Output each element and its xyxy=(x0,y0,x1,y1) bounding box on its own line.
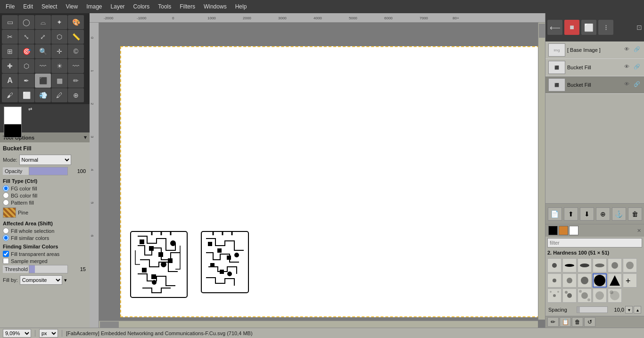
brush-item-3[interactable] xyxy=(578,258,592,272)
channels-icon[interactable]: ⬜ xyxy=(581,20,596,35)
tool-ellipse-select[interactable]: ◯ xyxy=(18,15,34,29)
fg-color-fill-radio[interactable] xyxy=(3,185,9,191)
layer-visible-icon-bucket2[interactable]: 👁 xyxy=(624,81,632,89)
tool-airbrush[interactable]: 💨 xyxy=(35,88,51,102)
layer-anchor-button[interactable]: ⚓ xyxy=(612,207,626,221)
tool-path[interactable]: ✒ xyxy=(18,74,34,88)
layer-new-button[interactable]: 📄 xyxy=(548,207,562,221)
tool-align[interactable]: ⊞ xyxy=(2,44,18,58)
layer-visible-icon-bucket1[interactable]: 👁 xyxy=(624,64,632,71)
tool-eraser[interactable]: ⬜ xyxy=(18,88,34,102)
layer-link-icon-bucket1[interactable]: 🔗 xyxy=(634,64,641,71)
tool-move[interactable]: ✛ xyxy=(51,44,67,58)
brush-item-10-selected[interactable] xyxy=(593,273,607,288)
scrollbar-thumb-v[interactable] xyxy=(539,24,545,38)
brush-item-5[interactable] xyxy=(608,258,622,272)
brush-item-7[interactable] xyxy=(547,273,561,288)
brush-item-6[interactable] xyxy=(623,258,637,272)
brush-item-13[interactable] xyxy=(547,289,561,303)
menu-help[interactable]: Help xyxy=(231,2,251,11)
tool-dodge-burn[interactable]: ☀ xyxy=(51,59,67,73)
bg-color-fill-label[interactable]: BG color fill xyxy=(11,193,37,198)
layer-delete-button[interactable]: 🗑 xyxy=(628,207,642,221)
brush-item-16[interactable] xyxy=(593,289,607,303)
color-icon[interactable]: ■ xyxy=(564,20,579,35)
history-icon[interactable]: ⟵ xyxy=(547,20,562,35)
sample-merged-label[interactable]: Sample merged xyxy=(11,258,48,264)
canvas-inner[interactable] xyxy=(99,23,545,328)
scrollbar-horizontal[interactable] xyxy=(99,321,538,328)
brush-item-17[interactable] xyxy=(608,289,622,303)
zoom-select[interactable]: 9,09% xyxy=(3,329,31,338)
pattern-fill-label[interactable]: Pattern fill xyxy=(11,200,34,206)
menu-file[interactable]: File xyxy=(2,2,18,11)
brush-black-swatch[interactable] xyxy=(548,226,558,235)
threshold-slider-track[interactable] xyxy=(29,265,68,273)
spacing-slider[interactable] xyxy=(577,306,608,313)
brush-item-12[interactable]: + xyxy=(623,273,637,288)
tool-bucket-fill[interactable]: ⬛ xyxy=(35,74,51,88)
menu-view[interactable]: View xyxy=(62,2,82,11)
menu-tools[interactable]: Tools xyxy=(154,2,175,11)
tool-color-picker[interactable]: 🎯 xyxy=(18,44,34,58)
brush-item-14[interactable] xyxy=(562,289,577,303)
tool-zoom[interactable]: 🔍 xyxy=(35,44,51,58)
layer-raise-button[interactable]: ⬆ xyxy=(564,207,578,221)
scrollbar-vertical[interactable] xyxy=(538,23,545,320)
tool-warp[interactable]: ⤢ xyxy=(35,30,51,44)
tool-rectangle-select[interactable]: ▭ xyxy=(2,15,18,29)
menu-select[interactable]: Select xyxy=(38,2,61,11)
tool-heal[interactable]: ✚ xyxy=(2,59,18,73)
patterns-icon[interactable]: ⁝ xyxy=(598,20,613,35)
tool-crop[interactable]: ✂ xyxy=(2,30,18,44)
spacing-decrement[interactable]: ▾ xyxy=(625,306,633,313)
layer-lower-button[interactable]: ⬇ xyxy=(580,207,594,221)
brush-item-8[interactable] xyxy=(562,273,577,288)
brush-orange-swatch[interactable] xyxy=(559,226,568,235)
brush-item-11[interactable] xyxy=(608,273,622,288)
brush-refresh-icon[interactable]: ↺ xyxy=(584,317,595,327)
tool-blur[interactable]: 〰 xyxy=(35,59,51,73)
tool-transform[interactable]: ⤡ xyxy=(18,30,34,44)
right-panel-settings-icon[interactable]: ⊡ xyxy=(636,24,642,31)
fill-transparent-label[interactable]: Fill transparent areas xyxy=(11,251,59,257)
fill-similar-radio[interactable] xyxy=(3,235,9,241)
tool-text[interactable]: A xyxy=(2,74,18,88)
scrollbar-thumb-h[interactable] xyxy=(100,322,119,328)
menu-image[interactable]: Image xyxy=(83,2,106,11)
tool-clone[interactable]: © xyxy=(68,44,84,58)
brush-edit-icon[interactable]: ✏ xyxy=(547,317,559,327)
menu-colors[interactable]: Colors xyxy=(130,2,154,11)
tool-free-select[interactable]: ⌓ xyxy=(35,15,51,29)
layer-item-base[interactable]: img [ Base Image ] 👁 🔗 xyxy=(545,41,644,59)
menu-edit[interactable]: Edit xyxy=(19,2,37,11)
sample-merged-checkbox[interactable] xyxy=(3,258,9,264)
brush-item-4[interactable] xyxy=(593,258,607,272)
brush-item-9[interactable] xyxy=(578,273,592,288)
tool-extra[interactable]: ⊕ xyxy=(68,88,84,102)
mode-select[interactable]: Normal xyxy=(19,155,71,165)
unit-select[interactable]: px xyxy=(39,329,58,338)
tool-measure[interactable]: 📏 xyxy=(68,30,84,44)
layer-visible-icon-base[interactable]: 👁 xyxy=(624,46,632,54)
pattern-fill-radio[interactable] xyxy=(3,199,9,206)
layer-duplicate-button[interactable]: ⊕ xyxy=(596,207,610,221)
fill-whole-radio[interactable] xyxy=(3,228,9,234)
tool-handle-transform[interactable]: ⬡ xyxy=(51,30,67,44)
fill-transparent-checkbox[interactable] xyxy=(3,251,9,257)
brush-item-2[interactable] xyxy=(562,258,577,272)
spacing-increment[interactable]: ▴ xyxy=(634,306,641,313)
fill-whole-label[interactable]: Fill whole selection xyxy=(11,228,54,234)
layer-link-icon-base[interactable]: 🔗 xyxy=(634,46,641,54)
brush-item-15[interactable] xyxy=(578,289,592,303)
swap-colors-icon[interactable]: ⇄ xyxy=(28,107,32,112)
tool-perspective-clone[interactable]: ⬡ xyxy=(18,59,34,73)
brush-item-1[interactable] xyxy=(547,258,561,272)
pattern-swatch[interactable] xyxy=(3,207,16,218)
fg-color-swatch[interactable] xyxy=(4,107,22,124)
tool-fuzzy-select[interactable]: ✦ xyxy=(51,15,67,29)
brush-copy-icon[interactable]: 📋 xyxy=(560,317,571,327)
opacity-slider-track[interactable] xyxy=(29,167,68,175)
fill-similar-label[interactable]: Fill similar colors xyxy=(11,235,49,241)
fg-color-fill-label[interactable]: FG color fill xyxy=(11,186,37,191)
